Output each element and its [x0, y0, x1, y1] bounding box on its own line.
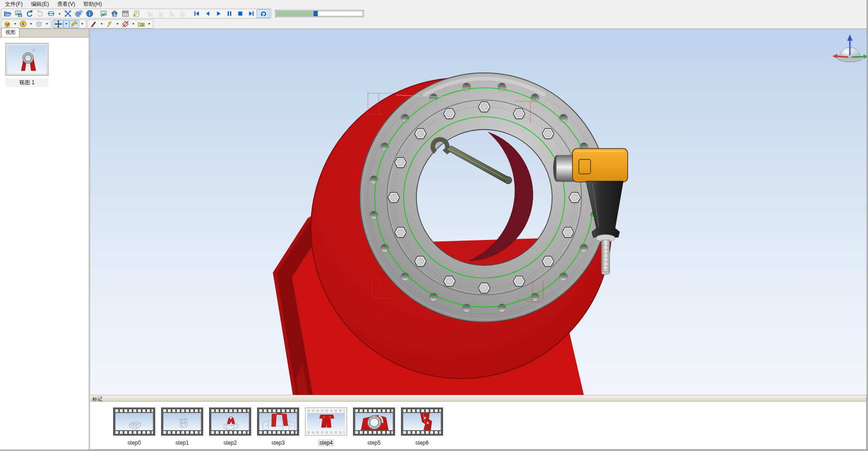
- camera-stop-icon: [168, 10, 176, 18]
- step-item-4[interactable]: step4: [305, 408, 347, 446]
- stop-button[interactable]: [235, 9, 246, 18]
- camera-first-icon: [146, 10, 154, 18]
- step1-thumbnail: [163, 413, 201, 430]
- annotation-flag-dropdown[interactable]: [114, 20, 120, 28]
- step-label[interactable]: step5: [366, 439, 382, 446]
- main-toolbar: BOM: [0, 8, 868, 19]
- menu-edit[interactable]: 编辑(E): [27, 0, 53, 9]
- camera-next-button: [177, 9, 188, 18]
- view-thumbnail[interactable]: [5, 43, 48, 76]
- save-image-button[interactable]: [13, 9, 24, 18]
- tool-body: [572, 149, 628, 182]
- camera-stop-button: [167, 9, 177, 18]
- visibility-dropdown[interactable]: [28, 20, 34, 28]
- animation-progress-bar[interactable]: [275, 10, 364, 17]
- dimension-dropdown[interactable]: [130, 20, 136, 28]
- home-view-button[interactable]: [109, 9, 120, 18]
- viewport-3d[interactable]: [90, 29, 867, 395]
- layers-icon: [35, 20, 43, 28]
- layers-button[interactable]: [34, 20, 44, 28]
- settings-button[interactable]: [73, 9, 84, 18]
- step-item-2[interactable]: step2: [209, 408, 251, 446]
- visibility-button[interactable]: [18, 20, 28, 28]
- step0-thumbnail: [115, 413, 153, 430]
- flag-icon: [105, 20, 114, 28]
- svg-text:BOM: BOM: [123, 11, 128, 14]
- pause-button[interactable]: [224, 9, 235, 18]
- main-area: 视图 视图 1: [0, 29, 868, 450]
- fit-view-button[interactable]: [62, 9, 73, 18]
- annotation-flag-button[interactable]: [105, 20, 114, 28]
- image-capture-dropdown[interactable]: [146, 20, 152, 28]
- step-item-0[interactable]: step0: [113, 408, 155, 446]
- step-back-button[interactable]: [202, 9, 213, 18]
- info-button[interactable]: [84, 9, 95, 18]
- export-image-button[interactable]: [98, 9, 109, 18]
- rotate-tool-dropdown[interactable]: [79, 20, 85, 28]
- notes-button[interactable]: [131, 9, 142, 18]
- toolbar-separator: [190, 10, 190, 17]
- measure-pen-button[interactable]: [89, 20, 99, 28]
- step4-thumbnail: [307, 413, 345, 430]
- step-label[interactable]: step2: [222, 439, 238, 446]
- step-label[interactable]: step3: [270, 439, 286, 446]
- move-tool-button[interactable]: [53, 20, 63, 28]
- progress-handle[interactable]: [314, 11, 318, 16]
- pan-window-icon: [47, 10, 55, 18]
- part-display-dropdown[interactable]: [12, 20, 18, 28]
- marks-panel: 标记 step0 step1 step2 step3 step4: [90, 395, 867, 450]
- menu-help[interactable]: 帮助(H): [79, 0, 106, 9]
- move-tool-dropdown[interactable]: [63, 20, 69, 28]
- axis-x-arrow: [836, 56, 848, 57]
- step-item-1[interactable]: step1: [161, 408, 203, 446]
- menu-bar: 文件(F) 编辑(E) 查看(V) 帮助(H): [0, 0, 868, 8]
- image-folder-icon: [137, 20, 145, 28]
- menu-view[interactable]: 查看(V): [53, 0, 79, 9]
- dimension-icon: [121, 20, 129, 28]
- info-icon: [86, 10, 94, 18]
- step-label[interactable]: step1: [174, 439, 191, 446]
- step-label[interactable]: step6: [414, 439, 430, 446]
- loop-button[interactable]: [257, 9, 270, 18]
- rotate-arrow-icon: [70, 20, 78, 28]
- export-image-icon: [100, 10, 108, 18]
- dimension-button[interactable]: [120, 20, 130, 28]
- views-tabstrip: 视图: [0, 29, 89, 38]
- part-box-icon: [3, 20, 11, 28]
- step3-thumbnail: [259, 413, 297, 430]
- notes-icon: [132, 10, 140, 18]
- step-label[interactable]: step4: [318, 439, 334, 446]
- camera-play-icon: [157, 10, 165, 18]
- rotate-tool-button[interactable]: [69, 20, 79, 28]
- go-first-button[interactable]: [191, 9, 202, 18]
- undo-button[interactable]: [24, 9, 35, 18]
- step-item-6[interactable]: step6: [401, 408, 443, 446]
- pen-icon: [90, 20, 98, 28]
- gears-icon: [75, 10, 83, 18]
- step-label[interactable]: step0: [126, 439, 143, 446]
- axis-y-arrow: [852, 57, 864, 57]
- layers-dropdown[interactable]: [44, 20, 50, 28]
- tab-views[interactable]: 视图: [1, 28, 19, 37]
- go-last-button[interactable]: [246, 9, 257, 18]
- bom-table-button[interactable]: BOM: [120, 9, 131, 18]
- home-icon: [110, 10, 119, 18]
- redo-icon: [36, 10, 44, 18]
- pan-view-dropdown[interactable]: [57, 10, 62, 18]
- camera-next-icon: [179, 10, 187, 18]
- pan-view-button[interactable]: [46, 9, 57, 18]
- progress-fill: [277, 11, 315, 16]
- step-item-3[interactable]: step3: [257, 408, 299, 446]
- flange-ring-part[interactable]: [360, 73, 609, 322]
- measure-pen-dropdown[interactable]: [99, 20, 105, 28]
- part-display-button[interactable]: [2, 20, 12, 28]
- camera-first-button: [145, 9, 156, 18]
- bom-table-icon: BOM: [121, 10, 129, 18]
- open-file-button[interactable]: [2, 9, 13, 18]
- image-capture-button[interactable]: [136, 20, 146, 28]
- view-thumbnail-label[interactable]: 视图 1: [5, 78, 48, 87]
- views-panel: 视图 视图 1: [0, 29, 89, 450]
- menu-file[interactable]: 文件(F): [1, 0, 27, 9]
- step-item-5[interactable]: step5: [353, 408, 395, 446]
- play-button[interactable]: [213, 9, 224, 18]
